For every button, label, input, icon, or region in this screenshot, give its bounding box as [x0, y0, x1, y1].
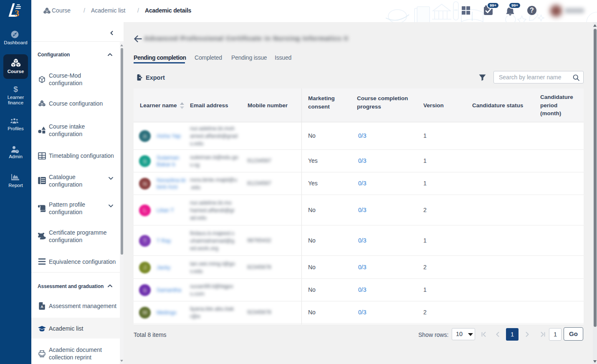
svg-text:3: 3 — [15, 8, 20, 18]
svg-text:A: A — [40, 305, 43, 309]
